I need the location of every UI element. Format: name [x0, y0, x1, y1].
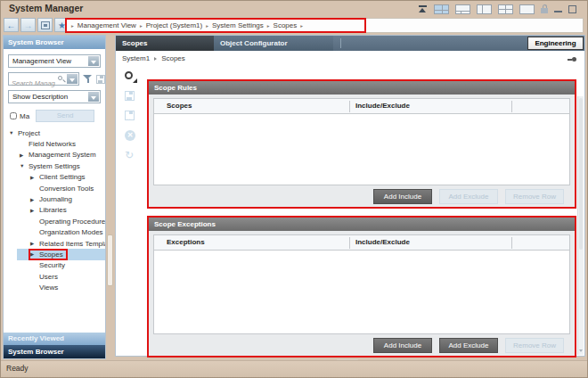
column-header-exceptions[interactable]: Exceptions	[167, 235, 205, 250]
tree-item-project[interactable]: ▼Project	[4, 127, 105, 138]
send-button[interactable]: Send	[36, 110, 94, 122]
breadcrumb: ▸Management View▸Project (System1)▸Syste…	[65, 18, 366, 33]
system-browser-bottom-bar[interactable]: System Browser	[4, 345, 105, 358]
column-header-scopes[interactable]: Scopes	[167, 99, 192, 113]
status-text: Ready	[6, 364, 29, 373]
chevron-down-icon[interactable]	[88, 92, 99, 102]
tree-collapsed-icon[interactable]: ▶	[30, 208, 39, 213]
description-dropdown[interactable]: Show Description	[8, 90, 101, 103]
layout-left-panel-icon[interactable]	[477, 4, 492, 14]
filter-icon[interactable]	[83, 74, 93, 84]
tree-item-operating-procedures[interactable]: Operating Procedures	[4, 216, 105, 226]
tree-expanded-icon[interactable]: ▼	[20, 163, 29, 168]
layout-single-icon[interactable]	[519, 4, 535, 14]
engineering-mode-button[interactable]: Engineering	[527, 37, 584, 50]
path-item-system[interactable]: System1	[122, 54, 150, 62]
recent-pages-button[interactable]	[37, 18, 53, 32]
save-as-icon[interactable]: ..	[125, 111, 135, 120]
column-header-include-exclude[interactable]: Include/Exclude	[355, 235, 410, 250]
tree-item-label: Journaling	[39, 195, 72, 203]
add-include-button[interactable]: Add Include	[373, 338, 432, 353]
tab-object-configurator[interactable]: Object Configurator	[214, 36, 333, 51]
view-mode-dropdown[interactable]: Management View	[8, 54, 101, 68]
restore-button[interactable]	[568, 5, 576, 13]
breadcrumb-separator-icon: ▸	[300, 23, 303, 29]
tree-collapsed-icon[interactable]: ▶	[30, 175, 39, 180]
ma-checkbox-label: Ma	[20, 112, 29, 120]
tree-item-label: Management System	[29, 151, 96, 159]
tree-item-label: Conversion Tools	[39, 185, 94, 193]
breadcrumb-item[interactable]: Management View	[78, 21, 136, 29]
tree-collapsed-icon[interactable]: ▶	[30, 251, 39, 257]
add-exclude-button[interactable]: Add Exclude	[439, 189, 498, 204]
tree-item-users[interactable]: Users	[4, 271, 105, 282]
splitter-handle[interactable]	[107, 234, 113, 286]
path-item-scopes[interactable]: Scopes	[161, 54, 185, 62]
tree-item-organization-modes[interactable]: Organization Modes	[4, 227, 105, 238]
tree-item-label: Related Items Templates	[39, 240, 105, 248]
tree-item-client-settings[interactable]: ▶Client Settings	[4, 172, 105, 183]
tree-item-related-items-templates[interactable]: ▶Related Items Templates	[4, 238, 105, 249]
lock-icon[interactable]	[541, 4, 548, 13]
collapse-top-icon[interactable]	[418, 4, 428, 13]
scope-rules-header: Scope Rules	[149, 81, 575, 94]
tool-column: .. ✕ ↻	[125, 71, 143, 169]
forward-button[interactable]: →	[20, 18, 36, 32]
tab-separator	[340, 38, 341, 48]
tree-item-conversion-tools[interactable]: Conversion Tools	[4, 183, 105, 193]
scope-exceptions-table-header: Exceptions Include/Exclude	[154, 235, 569, 251]
tree-item-libraries[interactable]: ▶Libraries	[4, 205, 105, 216]
tree-item-system-settings[interactable]: ▼System Settings	[4, 160, 105, 171]
column-separator	[511, 237, 512, 249]
scope-rules-buttons: Add Include Add Exclude Remove Row	[149, 185, 575, 207]
scrollbar-thumb[interactable]	[579, 98, 583, 250]
layout-quad-icon[interactable]	[434, 4, 449, 14]
tool-dropdown-icon[interactable]	[125, 71, 137, 83]
tree-item-journaling[interactable]: ▶Journaling	[4, 193, 105, 204]
scope-rules-table-header: Scopes Include/Exclude	[154, 99, 569, 114]
recently-viewed-bar[interactable]: Recently Viewed	[4, 333, 105, 345]
tree-collapsed-icon[interactable]: ▶	[20, 152, 29, 158]
tree-collapsed-icon[interactable]: ▶	[30, 197, 39, 202]
tree-item-security[interactable]: Security	[4, 260, 105, 271]
ma-checkbox[interactable]	[10, 112, 17, 119]
breadcrumb-item[interactable]: System Settings	[212, 21, 264, 29]
remove-row-button[interactable]: Remove Row	[505, 189, 564, 204]
scope-rules-table-body[interactable]	[154, 114, 569, 185]
tree-collapsed-icon[interactable]: ▶	[30, 241, 39, 246]
chevron-down-icon[interactable]	[88, 56, 99, 66]
scope-exceptions-table-body[interactable]	[154, 251, 569, 333]
breadcrumb-item[interactable]: Project (System1)	[146, 21, 203, 29]
add-exclude-button[interactable]: Add Exclude	[439, 338, 498, 353]
breadcrumb-item[interactable]: Scopes	[274, 21, 298, 29]
system-browser-header: System Browser	[4, 36, 105, 49]
tree-item-field-networks[interactable]: Field Networks	[4, 138, 105, 149]
add-include-button[interactable]: Add Include	[373, 189, 432, 204]
tree-item-views[interactable]: Views	[4, 282, 105, 292]
layout-bottom-panel-icon[interactable]	[455, 4, 470, 14]
breadcrumb-separator-icon: ▸	[206, 23, 208, 29]
recent-pages-icon	[41, 21, 50, 29]
tree-item-management-system[interactable]: ▶Management System	[4, 150, 105, 160]
system-browser-panel: System Browser Management View Show Desc…	[3, 35, 106, 359]
pin-icon[interactable]	[568, 57, 576, 62]
cancel-icon[interactable]: ✕	[125, 130, 135, 141]
scrollbar-down-arrow-icon[interactable]	[579, 349, 583, 352]
scope-exceptions-header: Scope Exceptions	[149, 218, 575, 231]
back-button[interactable]: ←	[4, 18, 19, 32]
layout-grid-icon[interactable]	[498, 4, 513, 14]
tree-expanded-icon[interactable]: ▼	[9, 130, 18, 136]
search-box	[8, 72, 79, 86]
save-search-icon[interactable]	[96, 75, 105, 84]
system-manager-window: System Manager ← → ★ ▸Management View▸Pr…	[0, 0, 588, 378]
scopes-content: .. ✕ ↻ Scope Rules Scopes Include/Exclud…	[116, 66, 584, 356]
vertical-scrollbar[interactable]	[577, 96, 584, 355]
save-icon[interactable]	[125, 91, 135, 101]
remove-row-button[interactable]: Remove Row	[505, 338, 564, 353]
minimize-button[interactable]	[554, 4, 562, 13]
search-dropdown-icon[interactable]	[67, 74, 78, 84]
column-header-include-exclude[interactable]: Include/Exclude	[355, 99, 410, 113]
refresh-icon[interactable]: ↻	[125, 150, 137, 160]
tree-item-scopes[interactable]: ▶Scopes	[4, 249, 105, 259]
tab-scopes[interactable]: Scopes	[116, 36, 214, 51]
